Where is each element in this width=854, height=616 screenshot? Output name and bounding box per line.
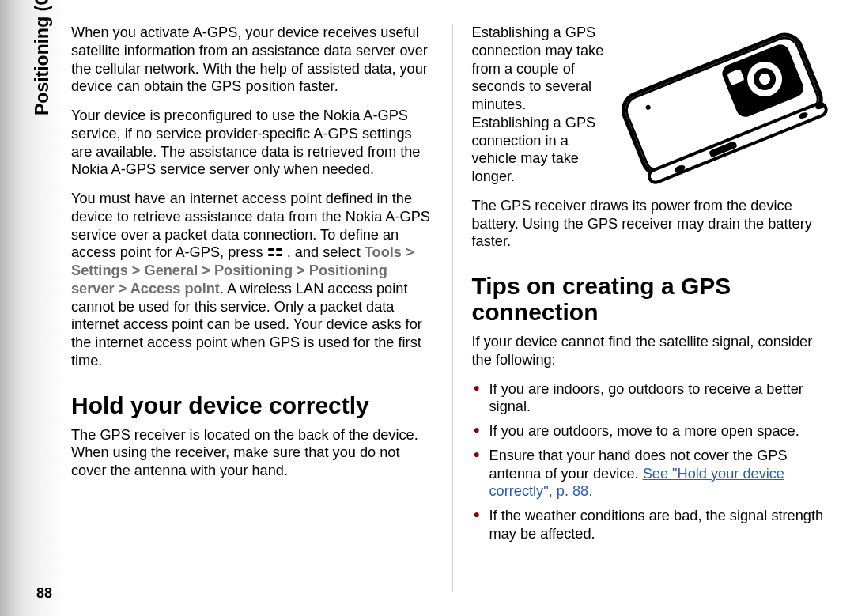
page-number: 88 (36, 585, 52, 602)
separator-gt: > (119, 281, 130, 297)
separator-gt: > (297, 263, 309, 278)
menu-path-item: Settings (71, 263, 128, 278)
menu-key-icon (267, 244, 287, 260)
tip-text: If you are indoors, go outdoors to recei… (489, 381, 803, 415)
section-side-label: Positioning (GPS) (32, 0, 53, 115)
right-column: Establishing a GPS connection may take f… (472, 24, 834, 592)
separator-gt: > (406, 244, 414, 260)
svg-rect-3 (276, 254, 282, 256)
menu-path-item: Positioning (214, 263, 293, 278)
menu-path-item: Access point (130, 281, 220, 297)
list-item: If you are outdoors, move to a more open… (472, 422, 834, 440)
body-text: , and select (287, 244, 365, 260)
tips-intro: If your device cannot find the satellite… (472, 333, 834, 369)
body-paragraph: Your device is preconfigured to use the … (71, 107, 433, 179)
menu-path-item: Tools (365, 244, 402, 260)
left-column: When you activate A-GPS, your device rec… (71, 24, 433, 592)
device-illustration (614, 24, 833, 188)
svg-rect-0 (268, 248, 274, 251)
column-divider (452, 24, 453, 592)
separator-gt: > (132, 263, 145, 278)
heading-hold-device: Hold your device correctly (71, 392, 433, 418)
left-margin: Positioning (GPS) 88 (0, 0, 65, 616)
menu-path-item: General (145, 263, 198, 278)
heading-tips-gps: Tips on creating a GPS connection (472, 273, 834, 325)
body-paragraph: When you activate A-GPS, your device rec… (71, 24, 433, 96)
tips-list: If you are indoors, go outdoors to recei… (472, 380, 834, 550)
tip-text: If you are outdoors, move to a more open… (489, 423, 799, 439)
svg-rect-2 (268, 254, 274, 256)
body-paragraph: The GPS receiver draws its power from th… (472, 197, 834, 251)
list-item: If you are indoors, go outdoors to recei… (472, 380, 834, 417)
tip-text: If the weather conditions are bad, the s… (489, 508, 824, 542)
wrap-row: Establishing a GPS connection may take f… (472, 24, 834, 262)
content-area: When you activate A-GPS, your device rec… (65, 0, 854, 616)
page-container: Positioning (GPS) 88 When you activate A… (0, 0, 854, 616)
list-item: If the weather conditions are bad, the s… (472, 507, 834, 543)
svg-rect-1 (276, 248, 282, 251)
list-item: Ensure that your hand does not cover the… (472, 447, 834, 501)
separator-gt: > (202, 263, 214, 278)
body-paragraph: The GPS receiver is located on the back … (71, 426, 433, 480)
body-paragraph: You must have an internet access point d… (71, 190, 433, 370)
